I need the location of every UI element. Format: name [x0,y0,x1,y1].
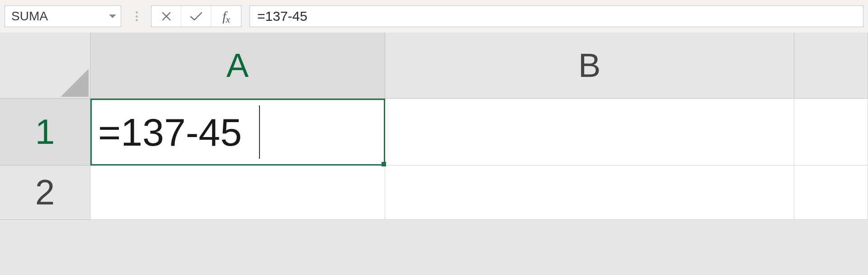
insert-function-button[interactable]: fx [211,6,241,27]
formula-controls: fx [151,5,241,27]
chevron-down-icon [109,14,116,18]
cell-a1-value: =137-45 [98,110,377,155]
cell-b1[interactable] [385,99,794,166]
close-icon [161,11,172,22]
column-header-b[interactable]: B [385,33,794,99]
cell-a1[interactable]: =137-45 [90,99,385,166]
name-box[interactable]: SUMA [5,5,121,27]
column-header-a[interactable]: A [90,33,385,99]
dots-icon [136,11,138,21]
cell-b2[interactable] [385,166,794,220]
select-all-corner[interactable] [0,33,90,99]
spreadsheet-grid[interactable]: A B 1 =137-45 2 [0,33,868,275]
cell-a2[interactable] [90,166,385,220]
formula-bar[interactable] [250,5,863,27]
row-header-2[interactable]: 2 [0,166,90,220]
check-icon [189,11,203,22]
column-header-c[interactable] [794,33,868,99]
cancel-button[interactable] [151,6,181,27]
expand-handle[interactable] [129,5,145,27]
fx-icon: fx [222,9,230,24]
formula-input[interactable] [257,9,856,24]
name-box-value: SUMA [11,9,109,24]
cell-c2[interactable] [794,166,868,220]
text-caret [259,105,260,159]
row-header-1[interactable]: 1 [0,99,90,166]
enter-button[interactable] [181,6,211,27]
cell-c1[interactable] [794,99,868,166]
